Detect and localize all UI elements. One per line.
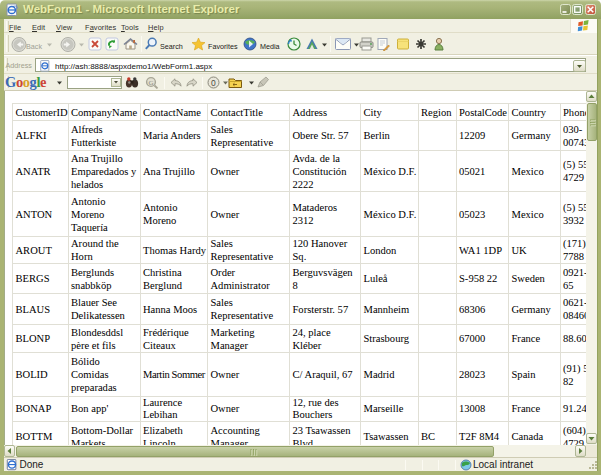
svg-text:0: 0 (211, 78, 216, 88)
svg-text:G: G (149, 79, 154, 87)
